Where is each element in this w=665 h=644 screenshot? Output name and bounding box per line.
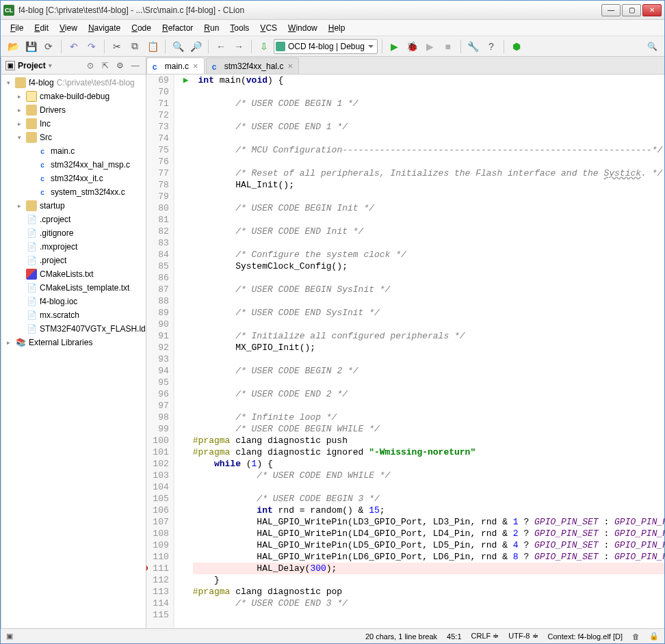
tree-item[interactable]: main.c xyxy=(1,144,146,158)
settings-gear-icon[interactable]: ⚙ xyxy=(114,59,127,72)
memory-indicator-icon[interactable]: 🗑 xyxy=(632,632,640,641)
minimize-button[interactable]: — xyxy=(601,4,621,16)
debug-button[interactable]: 🐞 xyxy=(404,38,421,55)
main-toolbar: 📂 💾 ⟳ ↶ ↷ ✂ ⧉ 📋 🔍 🔎 ← → ⇩ OCD f4-blog | … xyxy=(1,36,664,57)
run-config-label: OCD f4-blog | Debug xyxy=(288,42,365,51)
coverage-icon[interactable]: ▶ xyxy=(422,38,439,55)
redo-icon[interactable]: ↷ xyxy=(83,38,100,55)
find-icon[interactable]: 🔍 xyxy=(170,38,186,55)
back-icon[interactable]: ← xyxy=(213,38,229,55)
menu-refactor[interactable]: Refactor xyxy=(158,22,197,34)
maximize-button[interactable]: ▢ xyxy=(622,4,641,16)
window-title: f4-blog [C:\private\test\f4-blog] - ...\… xyxy=(18,5,601,15)
build-icon[interactable]: ⇩ xyxy=(256,38,272,55)
menu-run[interactable]: Run xyxy=(200,22,223,34)
tree-item[interactable]: ▸cmake-build-debug xyxy=(1,90,146,103)
tree-item[interactable]: STM32F407VGTx_FLASH.ld xyxy=(1,322,146,336)
settings-icon[interactable]: 🔧 xyxy=(465,38,482,55)
menu-edit[interactable]: Edit xyxy=(30,22,53,34)
cut-icon[interactable]: ✂ xyxy=(109,38,125,55)
editor-tab[interactable]: stm32f4xx_hal.c× xyxy=(206,57,299,74)
tree-root[interactable]: ▾f4-blogC:\private\test\f4-blog xyxy=(1,76,146,90)
collapse-all-icon[interactable]: ⇱ xyxy=(99,59,112,72)
tool-window-toggle-icon[interactable]: ▣ xyxy=(6,632,13,641)
menu-file[interactable]: File xyxy=(6,22,27,34)
status-line-ending[interactable]: CRLF ≑ xyxy=(471,632,499,641)
help-icon[interactable]: ? xyxy=(483,38,499,55)
plugin-icon[interactable]: ⬢ xyxy=(508,38,525,55)
menu-navigate[interactable]: Navigate xyxy=(84,22,125,34)
status-selection: 20 chars, 1 line break xyxy=(365,632,437,641)
open-icon[interactable]: 📂 xyxy=(5,38,21,55)
close-button[interactable]: ✕ xyxy=(642,4,662,16)
close-tab-icon[interactable]: × xyxy=(287,61,293,71)
project-pane-title[interactable]: ▣ Project ▾ xyxy=(5,61,81,70)
replace-icon[interactable]: 🔎 xyxy=(187,38,204,55)
tree-item[interactable]: .gitignore xyxy=(1,226,146,240)
tree-item[interactable]: ▸Inc xyxy=(1,117,146,131)
tree-item[interactable]: mx.scratch xyxy=(1,308,146,322)
status-context[interactable]: Context: f4-blog.elf [D] xyxy=(548,632,623,641)
project-pane: ▣ Project ▾ ⊙ ⇱ ⚙ — ▾f4-blogC:\private\t… xyxy=(1,57,146,628)
project-tree[interactable]: ▾f4-blogC:\private\test\f4-blog▸cmake-bu… xyxy=(1,75,146,628)
editor-gutter[interactable]: 6970717273747576777879808182838485868788… xyxy=(146,75,174,628)
hide-pane-icon[interactable]: — xyxy=(129,59,142,72)
menu-view[interactable]: View xyxy=(55,22,81,34)
run-gutter-icon[interactable]: ▶ xyxy=(183,75,189,85)
tree-item[interactable]: CMakeLists.txt xyxy=(1,267,146,281)
tree-item[interactable]: ▸Drivers xyxy=(1,103,146,117)
tree-item[interactable]: .project xyxy=(1,254,146,267)
tree-item[interactable]: ▸startup xyxy=(1,199,146,213)
close-tab-icon[interactable]: × xyxy=(193,61,198,71)
menu-tools[interactable]: Tools xyxy=(226,22,253,34)
menubar: FileEditViewNavigateCodeRefactorRunTools… xyxy=(1,20,664,36)
stop-button[interactable]: ■ xyxy=(440,38,456,55)
sync-icon[interactable]: ⟳ xyxy=(40,38,57,55)
tree-item[interactable]: CMakeLists_template.txt xyxy=(1,281,146,295)
forward-icon[interactable]: → xyxy=(231,38,247,55)
tree-item[interactable]: stm32f4xx_hal_msp.c xyxy=(1,158,146,172)
save-all-icon[interactable]: 💾 xyxy=(23,38,39,55)
tree-item[interactable]: ▾Src xyxy=(1,131,146,144)
status-caret-position[interactable]: 45:1 xyxy=(447,632,461,641)
tree-item[interactable]: .cproject xyxy=(1,213,146,226)
menu-window[interactable]: Window xyxy=(284,22,322,34)
menu-vcs[interactable]: VCS xyxy=(256,22,281,34)
tree-external-libraries[interactable]: ▸External Libraries xyxy=(1,336,146,349)
run-button[interactable]: ▶ xyxy=(387,38,403,55)
search-everywhere-icon[interactable]: 🔍 xyxy=(644,42,660,51)
menu-help[interactable]: Help xyxy=(324,22,350,34)
config-icon xyxy=(276,42,285,51)
tree-item[interactable]: stm32f4xx_it.c xyxy=(1,172,146,185)
code-editor[interactable]: 6970717273747576777879808182838485868788… xyxy=(146,75,664,628)
scroll-from-source-icon[interactable]: ⊙ xyxy=(84,59,96,72)
undo-icon[interactable]: ↶ xyxy=(66,38,82,55)
code-content[interactable]: ▶int main(void) { /* USER CODE BEGIN 1 *… xyxy=(182,75,664,628)
app-icon: CL xyxy=(3,5,14,16)
copy-icon[interactable]: ⧉ xyxy=(127,38,143,55)
titlebar: CL f4-blog [C:\private\test\f4-blog] - .… xyxy=(1,1,664,20)
tree-item[interactable]: .mxproject xyxy=(1,240,146,254)
menu-code[interactable]: Code xyxy=(127,22,155,34)
breakpoint-icon[interactable] xyxy=(146,565,148,572)
status-encoding[interactable]: UTF-8 ≑ xyxy=(508,632,538,641)
paste-icon[interactable]: 📋 xyxy=(144,38,161,55)
tree-item[interactable]: system_stm32f4xx.c xyxy=(1,185,146,199)
tree-item[interactable]: f4-blog.ioc xyxy=(1,295,146,308)
run-config-select[interactable]: OCD f4-blog | Debug xyxy=(274,39,378,54)
statusbar: ▣ 20 chars, 1 line break 45:1 CRLF ≑ UTF… xyxy=(1,628,664,643)
editor-tabs: main.c×stm32f4xx_hal.c× xyxy=(146,57,664,75)
lock-icon[interactable]: 🔒 xyxy=(649,632,659,641)
editor-tab[interactable]: main.c× xyxy=(146,57,205,74)
